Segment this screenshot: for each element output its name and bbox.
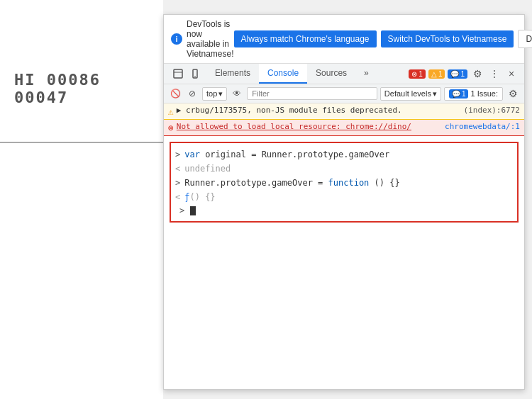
- devtools-panel: i DevTools is now available in Vietnames…: [163, 14, 525, 390]
- cursor-line: >: [175, 204, 513, 217]
- message-badge: 💬1: [448, 69, 467, 79]
- code-line-3: > Runner.prototype.gameOver = function (…: [175, 176, 513, 190]
- equals-2: =: [313, 178, 328, 188]
- game-area: HI 00086 00047: [0, 0, 163, 399]
- more-options-icon[interactable]: ⋮: [487, 67, 501, 81]
- cursor-prompt: >: [179, 206, 184, 215]
- warning-link[interactable]: (index):6772: [464, 106, 520, 115]
- clear-console-icon[interactable]: 🚫: [168, 86, 182, 101]
- prompt-2: <: [175, 162, 180, 175]
- close-devtools-icon[interactable]: ×: [504, 67, 519, 81]
- error-text[interactable]: Not allowed to load local resource: chro…: [177, 122, 442, 131]
- code-text-3: Runner.prototype.gameOver = function () …: [184, 176, 399, 189]
- runner-gameOver: Runner.prototype.gameOver: [262, 150, 390, 159]
- notification-bar-left: i DevTools is now available in Vietnames…: [171, 19, 234, 59]
- error-link[interactable]: chromewebdata/:1: [445, 122, 520, 131]
- notification-text: DevTools is now available in Vietnamese!: [187, 19, 234, 59]
- error-row: ⊗ Not allowed to load local resource: ch…: [164, 120, 524, 136]
- prompt-4: <: [175, 191, 180, 203]
- prompt-3: >: [175, 176, 180, 189]
- code-line-2: < undefined: [175, 162, 513, 176]
- context-label: top: [206, 89, 217, 98]
- chevron-down-icon-2: ▾: [433, 89, 437, 99]
- context-dropdown[interactable]: top ▾: [202, 87, 227, 101]
- settings-gear-icon[interactable]: ⚙: [470, 67, 484, 81]
- default-levels-dropdown[interactable]: Default levels ▾: [380, 87, 441, 101]
- always-match-button[interactable]: Always match Chrome's language: [234, 30, 377, 47]
- game-ground-line: [0, 142, 163, 143]
- console-toolbar: 🚫 ⊘ top ▾ 👁 Default levels ▾ 💬1 1 Issue:…: [164, 84, 524, 103]
- code-line-4: < ƒ () {}: [175, 190, 513, 204]
- issues-button[interactable]: 💬1 1 Issue:: [444, 87, 503, 101]
- code-line-1: > var original = Runner.prototype.gameOv…: [175, 147, 513, 162]
- filter-input[interactable]: [247, 87, 377, 100]
- eye-icon[interactable]: 👁: [230, 86, 244, 101]
- tab-more[interactable]: »: [355, 64, 377, 84]
- warning-text: ▶ crbug/1173575, non-JS module files dep…: [177, 106, 461, 115]
- mobile-icon-button[interactable]: [188, 67, 202, 81]
- warning-icon: ⚠: [168, 106, 174, 117]
- dont-show-button[interactable]: Don't show again: [518, 30, 532, 48]
- warning-badge: △1: [428, 69, 445, 79]
- tab-sources[interactable]: Sources: [307, 64, 355, 84]
- equals-1: =: [246, 150, 262, 159]
- console-settings-icon[interactable]: ⊘: [185, 86, 199, 101]
- tab-elements[interactable]: Elements: [206, 64, 259, 84]
- switch-devtools-button[interactable]: Switch DevTools to Vietnamese: [381, 30, 514, 47]
- tab-bar: Elements Console Sources » ⊗1 △1 💬1 ⚙ ⋮ …: [164, 64, 524, 84]
- func-empty: () {}: [189, 191, 215, 203]
- function-symbol: ƒ: [184, 191, 189, 203]
- console-content: ⚠ ▶ crbug/1173575, non-JS module files d…: [164, 103, 524, 389]
- svg-rect-0: [174, 69, 182, 78]
- tab-console[interactable]: Console: [259, 64, 307, 84]
- tab-icons-left: [167, 64, 206, 84]
- issues-settings-icon[interactable]: ⚙: [506, 86, 520, 101]
- keyword-function: function: [328, 178, 370, 188]
- console-code-block: > var original = Runner.prototype.gameOv…: [170, 142, 519, 223]
- runner-gameOver-2: Runner.prototype.gameOver: [184, 178, 313, 188]
- default-levels-label: Default levels: [384, 89, 431, 98]
- game-hi-score: HI 00086 00047: [0, 71, 163, 106]
- notification-actions: Always match Chrome's language Switch De…: [234, 30, 533, 48]
- notification-bar: i DevTools is now available in Vietnames…: [164, 15, 524, 64]
- tab-right-icons: ⊗1 △1 💬1 ⚙ ⋮ ×: [409, 67, 521, 81]
- code-text-1: var original = Runner.prototype.gameOver: [184, 148, 389, 161]
- var-name: original: [205, 150, 246, 159]
- cursor-icon-button[interactable]: [171, 67, 185, 81]
- info-icon: i: [171, 33, 182, 45]
- error-badge: ⊗1: [409, 69, 426, 79]
- issues-badge: 💬1: [449, 89, 469, 99]
- chevron-down-icon: ▾: [218, 89, 223, 99]
- prompt-1: >: [175, 148, 180, 161]
- error-icon: ⊗: [168, 123, 174, 133]
- undefined-text: undefined: [184, 162, 231, 175]
- keyword-var: var: [184, 150, 205, 159]
- func-body: () {}: [369, 178, 399, 188]
- issues-label: 1 Issue:: [470, 89, 498, 98]
- warning-row: ⚠ ▶ crbug/1173575, non-JS module files d…: [164, 103, 524, 120]
- cursor-caret[interactable]: [190, 206, 196, 215]
